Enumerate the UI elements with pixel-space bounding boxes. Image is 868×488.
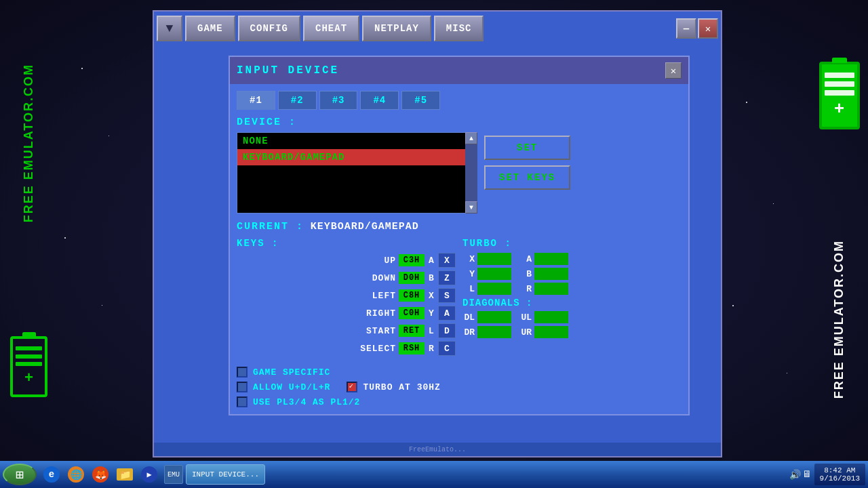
key-letter-a-right: Y xyxy=(427,308,435,319)
game-menu-button[interactable]: GAME xyxy=(185,16,235,41)
diag-label-dr: DR xyxy=(462,327,475,338)
key-letter-a-select: R xyxy=(427,344,435,354)
turbo-dash-x: ---- xyxy=(477,253,511,265)
turbo-label-x: X xyxy=(462,254,475,264)
battery-bar-r xyxy=(825,90,854,96)
battery-bar xyxy=(16,346,42,350)
taskbar-icon-media[interactable]: ▶ xyxy=(138,464,160,485)
taskbar-icon-ie[interactable]: e xyxy=(41,464,62,485)
turbo-diag-section: TURBO : X ---- A ---- Y ---- B ---- xyxy=(462,238,682,359)
tab-3[interactable]: #3 xyxy=(319,91,358,110)
device-list-container: NONE KEYBOARD/GAMEPAD ▲ ▼ xyxy=(237,132,477,214)
cb-pl34[interactable] xyxy=(237,396,248,407)
watermark-right-text: FREE EMULATOR.COM xyxy=(832,240,846,399)
key-letter-a-down: B xyxy=(427,273,435,283)
keys-turbo-area: KEYS : UP C3H A X DOWN D0H B Z xyxy=(237,238,682,359)
device-label: DEVICE : xyxy=(237,117,682,128)
set-keys-button[interactable]: SET KEYS xyxy=(484,165,570,190)
key-name-left: LEFT xyxy=(359,291,396,301)
down-arrow-button[interactable]: ▼ xyxy=(157,16,182,41)
star xyxy=(732,305,734,306)
scroll-up[interactable]: ▲ xyxy=(465,132,477,144)
emulator-window: ▼ GAME CONFIG CHEAT NETPLAY MISC — ✕ INP… xyxy=(153,10,722,458)
tab-1[interactable]: #1 xyxy=(237,91,275,110)
scroll-track[interactable] xyxy=(465,144,477,201)
misc-menu-button[interactable]: MISC xyxy=(434,16,484,41)
folder-icon: 📁 xyxy=(117,468,133,481)
dialog-close-button[interactable]: ✕ xyxy=(665,62,682,79)
tab-4[interactable]: #4 xyxy=(360,91,399,110)
star xyxy=(773,203,774,204)
taskbar: ⊞ e 🌐 🦊 📁 ▶ EMU INPUT DEVICE... 🔊 🖥 8:42… xyxy=(0,461,868,488)
cb-allow-udlr[interactable] xyxy=(237,382,248,392)
cb-turbo[interactable] xyxy=(347,382,357,392)
start-button[interactable]: ⊞ xyxy=(3,464,37,485)
config-menu-button[interactable]: CONFIG xyxy=(238,16,300,41)
taskbar-app-item[interactable]: INPUT DEVICE... xyxy=(186,464,265,485)
diag-row-dr-ur: DR ---- UR ---- xyxy=(462,326,682,338)
diag-dash-ul: ---- xyxy=(534,311,568,323)
diag-label-ur: UR xyxy=(519,327,532,338)
checkbox-area: GAME SPECIFIC ALLOW U+D/L+R TURBO AT 30H… xyxy=(237,367,682,407)
device-item-none[interactable]: NONE xyxy=(237,133,477,149)
key-row-up: UP C3H A X xyxy=(237,253,456,268)
set-button[interactable]: SET xyxy=(484,136,570,160)
title-bar: ▼ GAME CONFIG CHEAT NETPLAY MISC — ✕ xyxy=(154,12,721,45)
turbo-header: TURBO : xyxy=(462,238,682,249)
device-item-keyboard[interactable]: KEYBOARD/GAMEPAD xyxy=(237,149,477,165)
key-name-select: SELECT xyxy=(359,344,396,354)
scroll-down[interactable]: ▼ xyxy=(465,201,477,214)
taskbar-right: 🔊 🖥 8:42 AM 9/16/2013 xyxy=(789,464,865,485)
turbo-label-y: Y xyxy=(462,269,475,279)
key-code-up: C3H xyxy=(399,254,425,266)
key-name-up: UP xyxy=(359,256,396,266)
device-list[interactable]: NONE KEYBOARD/GAMEPAD xyxy=(237,132,477,214)
turbo-dash-a: ---- xyxy=(534,253,568,265)
dialog-title-bar: INPUT DEVICE ✕ xyxy=(230,57,688,84)
device-panel: NONE KEYBOARD/GAMEPAD ▲ ▼ SET SET KEYS xyxy=(237,132,682,214)
netplay-menu-button[interactable]: NETPLAY xyxy=(362,16,431,41)
key-code-select: RSH xyxy=(399,342,425,354)
key-row-start: START RET L D xyxy=(237,323,456,338)
keys-header: KEYS : xyxy=(237,238,456,249)
current-row: CURRENT : KEYBOARD/GAMEPAD xyxy=(237,220,682,232)
device-scrollbar[interactable]: ▲ ▼ xyxy=(465,132,477,214)
turbo-label-l: L xyxy=(462,284,475,294)
turbo-row-l: L ---- R ---- xyxy=(462,283,682,295)
key-box-left: S xyxy=(438,288,456,303)
cheat-menu-button[interactable]: CHEAT xyxy=(303,16,359,41)
dialog-title: INPUT DEVICE xyxy=(237,64,339,77)
ie-icon: e xyxy=(43,466,60,483)
cb-label-turbo: TURBO AT 30HZ xyxy=(363,382,440,392)
taskbar-icon-folder[interactable]: 📁 xyxy=(114,464,136,485)
taskbar-icon-firefox[interactable]: 🦊 xyxy=(90,464,111,485)
system-tray: 🔊 🖥 xyxy=(789,469,812,481)
keys-section: KEYS : UP C3H A X DOWN D0H B Z xyxy=(237,238,456,359)
diag-row-dl-ul: DL ---- UL ---- xyxy=(462,311,682,323)
battery-plus-r: + xyxy=(834,99,845,119)
tab-2[interactable]: #2 xyxy=(278,91,317,110)
taskbar-icon-browser1[interactable]: 🌐 xyxy=(65,464,87,485)
taskbar-icons: e 🌐 🦊 📁 ▶ EMU xyxy=(41,464,184,485)
tab-bar: #1 #2 #3 #4 #5 xyxy=(237,91,682,110)
watermark-left-top-text: FREE EMULATOR.COM xyxy=(22,64,36,222)
taskbar-icon-emu[interactable]: EMU xyxy=(163,464,184,485)
key-name-right: RIGHT xyxy=(359,308,396,319)
tab-5[interactable]: #5 xyxy=(401,91,440,110)
battery-bar xyxy=(16,354,42,359)
turbo-dash-b: ---- xyxy=(534,268,568,280)
clock: 8:42 AM 9/16/2013 xyxy=(814,464,865,485)
minimize-button[interactable]: — xyxy=(676,18,696,39)
star xyxy=(108,136,109,136)
diag-dash-ur: ---- xyxy=(534,326,568,338)
current-label: CURRENT : xyxy=(237,221,304,232)
key-letter-a-up: A xyxy=(427,256,435,266)
key-box-up: X xyxy=(438,253,456,268)
key-row-select: SELECT RSH R C xyxy=(237,341,456,356)
firefox-icon: 🦊 xyxy=(92,466,108,483)
device-buttons: SET SET KEYS xyxy=(484,132,570,214)
close-button[interactable]: ✕ xyxy=(698,18,718,39)
cb-game-specific[interactable] xyxy=(237,367,248,378)
cb-row-allow-udlr: ALLOW U+D/L+R TURBO AT 30HZ xyxy=(237,382,682,392)
emu-icon: EMU xyxy=(164,465,183,484)
